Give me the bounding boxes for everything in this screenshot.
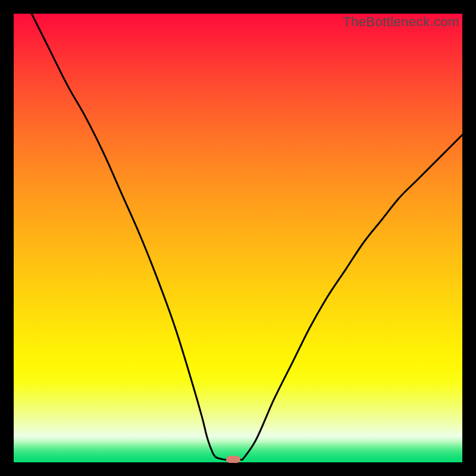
plot-area: TheBottleneck.com — [14, 14, 462, 462]
optimal-point-marker — [226, 456, 240, 463]
curve-path — [32, 14, 462, 460]
bottleneck-curve — [14, 14, 462, 462]
chart-frame: TheBottleneck.com — [0, 0, 476, 476]
watermark-label: TheBottleneck.com — [343, 14, 459, 30]
